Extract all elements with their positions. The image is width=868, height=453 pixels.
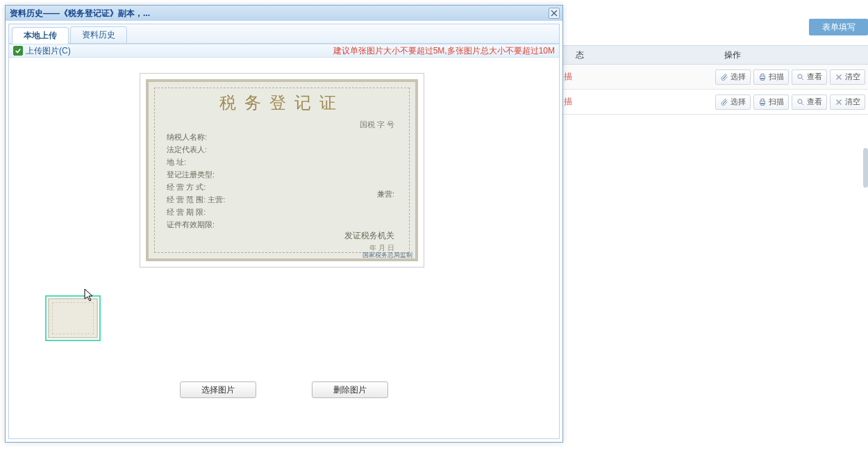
scan-label: 扫描 <box>769 97 784 107</box>
choose-image-button[interactable]: 选择图片 <box>180 381 256 398</box>
close-icon <box>551 10 558 17</box>
delete-image-label: 删除图片 <box>333 384 367 396</box>
grid-header: 态 操作 <box>562 45 868 65</box>
cert-footer: 国家税务总局监制 <box>362 251 412 260</box>
select-button[interactable]: 选择 <box>715 94 751 110</box>
svg-line-11 <box>802 103 804 105</box>
delete-image-button[interactable]: 删除图片 <box>312 381 388 398</box>
tab-label: 资料历史 <box>82 29 115 41</box>
svg-point-3 <box>798 74 802 79</box>
clear-label: 清空 <box>845 97 860 107</box>
form-fill-label: 表单填写 <box>822 22 856 33</box>
cert-side: 兼营: <box>377 189 394 199</box>
clip-icon <box>720 73 728 81</box>
tab-bar: 本地上传 资料历史 <box>9 24 559 44</box>
svg-rect-1 <box>761 74 764 76</box>
certificate-image: 税务登记证 国税 字 号 纳税人名称: 法定代表人: 地 址: 登记注册类型: … <box>146 79 418 261</box>
cross-icon <box>835 73 843 81</box>
clip-icon <box>720 98 728 106</box>
magnifier-icon <box>796 98 805 106</box>
view-label: 查看 <box>807 72 822 82</box>
view-label: 查看 <box>807 97 822 107</box>
cert-fields: 纳税人名称: 法定代表人: 地 址: 登记注册类型: 经 营 方 式: 经 营 … <box>167 131 225 231</box>
clear-button[interactable]: 清空 <box>830 94 865 110</box>
scrollbar-thumb[interactable] <box>863 148 868 188</box>
dialog-title: 资料历史——《税务登记证》副本，... <box>10 8 549 19</box>
image-preview[interactable]: 税务登记证 国税 字 号 纳税人名称: 法定代表人: 地 址: 登记注册类型: … <box>140 73 424 267</box>
svg-line-4 <box>802 78 804 80</box>
upload-checkbox[interactable] <box>13 46 23 56</box>
magnifier-icon <box>796 73 805 81</box>
view-button[interactable]: 查看 <box>792 69 827 85</box>
table-row: 描 选择 扫描 查看 清空 <box>562 65 868 90</box>
printer-icon <box>758 98 767 106</box>
scan-label: 扫描 <box>769 72 784 82</box>
col-ops: 操作 <box>597 49 868 61</box>
form-fill-button[interactable]: 表单填写 <box>809 19 868 35</box>
status-cell: 描 <box>562 71 597 83</box>
status-cell: 描 <box>562 96 597 108</box>
tab-label: 本地上传 <box>24 30 57 42</box>
thumbnail[interactable] <box>45 295 101 341</box>
dialog-titlebar[interactable]: 资料历史——《税务登记证》副本，... <box>6 6 562 21</box>
cert-issuer: 发证税务机关 <box>344 230 394 242</box>
svg-point-10 <box>798 99 802 104</box>
close-button[interactable] <box>549 8 560 19</box>
table-row: 描 选择 扫描 查看 清空 <box>562 90 868 115</box>
clear-label: 清空 <box>845 72 860 82</box>
select-label: 选择 <box>731 97 746 107</box>
view-button[interactable]: 查看 <box>792 94 827 110</box>
upload-hint: 建议单张图片大小不要超过5M,多张图片总大小不要超过10M <box>333 45 555 57</box>
tab-history[interactable]: 资料历史 <box>70 26 127 43</box>
printer-icon <box>758 73 767 81</box>
tab-local-upload[interactable]: 本地上传 <box>12 27 69 44</box>
select-button[interactable]: 选择 <box>715 69 751 85</box>
col-status: 态 <box>562 49 597 61</box>
scan-button[interactable]: 扫描 <box>753 69 789 85</box>
svg-rect-8 <box>761 99 764 101</box>
upload-label: 上传图片(C) <box>26 45 71 57</box>
upload-toolbar: 上传图片(C) 建议单张图片大小不要超过5M,多张图片总大小不要超过10M <box>9 44 559 58</box>
history-dialog: 资料历史——《税务登记证》副本，... 本地上传 资料历史 上传图片(C) 建议… <box>5 5 563 443</box>
clear-button[interactable]: 清空 <box>830 69 865 85</box>
choose-image-label: 选择图片 <box>201 384 235 396</box>
check-icon <box>15 47 22 54</box>
scan-button[interactable]: 扫描 <box>753 94 789 110</box>
cross-icon <box>835 98 843 106</box>
cert-regno: 国税 字 号 <box>360 120 394 130</box>
select-label: 选择 <box>731 72 746 82</box>
